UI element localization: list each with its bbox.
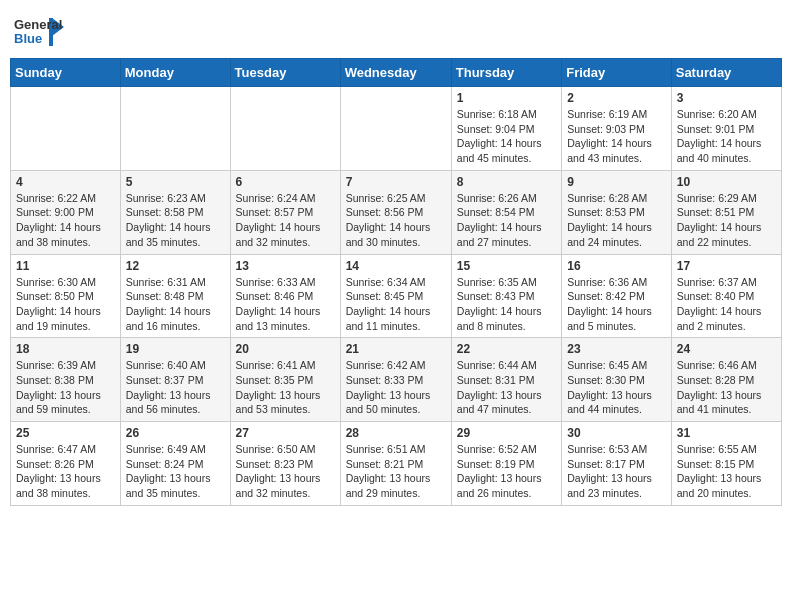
calendar-cell: 14Sunrise: 6:34 AM Sunset: 8:45 PM Dayli… <box>340 254 451 338</box>
day-number: 17 <box>677 259 776 273</box>
day-number: 25 <box>16 426 115 440</box>
calendar-week-3: 11Sunrise: 6:30 AM Sunset: 8:50 PM Dayli… <box>11 254 782 338</box>
day-number: 7 <box>346 175 446 189</box>
day-number: 19 <box>126 342 225 356</box>
calendar-cell: 11Sunrise: 6:30 AM Sunset: 8:50 PM Dayli… <box>11 254 121 338</box>
col-header-saturday: Saturday <box>671 59 781 87</box>
day-number: 29 <box>457 426 556 440</box>
day-info: Sunrise: 6:53 AM Sunset: 8:17 PM Dayligh… <box>567 442 666 501</box>
day-info: Sunrise: 6:55 AM Sunset: 8:15 PM Dayligh… <box>677 442 776 501</box>
calendar-cell <box>120 87 230 171</box>
day-info: Sunrise: 6:41 AM Sunset: 8:35 PM Dayligh… <box>236 358 335 417</box>
col-header-sunday: Sunday <box>11 59 121 87</box>
day-info: Sunrise: 6:31 AM Sunset: 8:48 PM Dayligh… <box>126 275 225 334</box>
day-number: 28 <box>346 426 446 440</box>
day-number: 27 <box>236 426 335 440</box>
calendar-cell: 17Sunrise: 6:37 AM Sunset: 8:40 PM Dayli… <box>671 254 781 338</box>
day-info: Sunrise: 6:19 AM Sunset: 9:03 PM Dayligh… <box>567 107 666 166</box>
col-header-monday: Monday <box>120 59 230 87</box>
day-info: Sunrise: 6:23 AM Sunset: 8:58 PM Dayligh… <box>126 191 225 250</box>
calendar-cell: 23Sunrise: 6:45 AM Sunset: 8:30 PM Dayli… <box>562 338 672 422</box>
day-number: 6 <box>236 175 335 189</box>
day-info: Sunrise: 6:33 AM Sunset: 8:46 PM Dayligh… <box>236 275 335 334</box>
day-number: 22 <box>457 342 556 356</box>
calendar-cell: 1Sunrise: 6:18 AM Sunset: 9:04 PM Daylig… <box>451 87 561 171</box>
calendar-cell: 2Sunrise: 6:19 AM Sunset: 9:03 PM Daylig… <box>562 87 672 171</box>
day-info: Sunrise: 6:51 AM Sunset: 8:21 PM Dayligh… <box>346 442 446 501</box>
calendar-cell: 9Sunrise: 6:28 AM Sunset: 8:53 PM Daylig… <box>562 170 672 254</box>
day-info: Sunrise: 6:47 AM Sunset: 8:26 PM Dayligh… <box>16 442 115 501</box>
calendar-cell: 8Sunrise: 6:26 AM Sunset: 8:54 PM Daylig… <box>451 170 561 254</box>
day-number: 14 <box>346 259 446 273</box>
day-info: Sunrise: 6:24 AM Sunset: 8:57 PM Dayligh… <box>236 191 335 250</box>
calendar-cell: 18Sunrise: 6:39 AM Sunset: 8:38 PM Dayli… <box>11 338 121 422</box>
day-number: 20 <box>236 342 335 356</box>
svg-text:Blue: Blue <box>14 31 42 46</box>
day-info: Sunrise: 6:34 AM Sunset: 8:45 PM Dayligh… <box>346 275 446 334</box>
day-info: Sunrise: 6:52 AM Sunset: 8:19 PM Dayligh… <box>457 442 556 501</box>
day-info: Sunrise: 6:29 AM Sunset: 8:51 PM Dayligh… <box>677 191 776 250</box>
day-number: 21 <box>346 342 446 356</box>
col-header-wednesday: Wednesday <box>340 59 451 87</box>
calendar-cell: 30Sunrise: 6:53 AM Sunset: 8:17 PM Dayli… <box>562 422 672 506</box>
day-info: Sunrise: 6:25 AM Sunset: 8:56 PM Dayligh… <box>346 191 446 250</box>
calendar-cell: 6Sunrise: 6:24 AM Sunset: 8:57 PM Daylig… <box>230 170 340 254</box>
day-info: Sunrise: 6:37 AM Sunset: 8:40 PM Dayligh… <box>677 275 776 334</box>
day-number: 11 <box>16 259 115 273</box>
calendar-cell: 3Sunrise: 6:20 AM Sunset: 9:01 PM Daylig… <box>671 87 781 171</box>
logo-svg: GeneralBlue <box>14 14 66 50</box>
day-info: Sunrise: 6:18 AM Sunset: 9:04 PM Dayligh… <box>457 107 556 166</box>
col-header-friday: Friday <box>562 59 672 87</box>
day-info: Sunrise: 6:39 AM Sunset: 8:38 PM Dayligh… <box>16 358 115 417</box>
calendar-week-4: 18Sunrise: 6:39 AM Sunset: 8:38 PM Dayli… <box>11 338 782 422</box>
calendar-cell <box>340 87 451 171</box>
day-number: 9 <box>567 175 666 189</box>
day-number: 10 <box>677 175 776 189</box>
day-number: 2 <box>567 91 666 105</box>
calendar-cell: 10Sunrise: 6:29 AM Sunset: 8:51 PM Dayli… <box>671 170 781 254</box>
calendar-cell: 31Sunrise: 6:55 AM Sunset: 8:15 PM Dayli… <box>671 422 781 506</box>
calendar-cell: 13Sunrise: 6:33 AM Sunset: 8:46 PM Dayli… <box>230 254 340 338</box>
page-header: GeneralBlue <box>10 10 782 50</box>
calendar-cell: 25Sunrise: 6:47 AM Sunset: 8:26 PM Dayli… <box>11 422 121 506</box>
calendar-cell: 29Sunrise: 6:52 AM Sunset: 8:19 PM Dayli… <box>451 422 561 506</box>
day-info: Sunrise: 6:20 AM Sunset: 9:01 PM Dayligh… <box>677 107 776 166</box>
day-number: 13 <box>236 259 335 273</box>
day-info: Sunrise: 6:45 AM Sunset: 8:30 PM Dayligh… <box>567 358 666 417</box>
day-number: 24 <box>677 342 776 356</box>
calendar-cell: 19Sunrise: 6:40 AM Sunset: 8:37 PM Dayli… <box>120 338 230 422</box>
day-info: Sunrise: 6:49 AM Sunset: 8:24 PM Dayligh… <box>126 442 225 501</box>
day-number: 5 <box>126 175 225 189</box>
day-info: Sunrise: 6:26 AM Sunset: 8:54 PM Dayligh… <box>457 191 556 250</box>
col-header-thursday: Thursday <box>451 59 561 87</box>
day-info: Sunrise: 6:35 AM Sunset: 8:43 PM Dayligh… <box>457 275 556 334</box>
calendar-cell: 28Sunrise: 6:51 AM Sunset: 8:21 PM Dayli… <box>340 422 451 506</box>
day-number: 3 <box>677 91 776 105</box>
day-number: 16 <box>567 259 666 273</box>
day-info: Sunrise: 6:46 AM Sunset: 8:28 PM Dayligh… <box>677 358 776 417</box>
day-number: 31 <box>677 426 776 440</box>
calendar-cell: 5Sunrise: 6:23 AM Sunset: 8:58 PM Daylig… <box>120 170 230 254</box>
day-number: 26 <box>126 426 225 440</box>
calendar-cell: 7Sunrise: 6:25 AM Sunset: 8:56 PM Daylig… <box>340 170 451 254</box>
calendar-cell: 16Sunrise: 6:36 AM Sunset: 8:42 PM Dayli… <box>562 254 672 338</box>
calendar-cell <box>230 87 340 171</box>
calendar-cell: 22Sunrise: 6:44 AM Sunset: 8:31 PM Dayli… <box>451 338 561 422</box>
calendar-cell: 20Sunrise: 6:41 AM Sunset: 8:35 PM Dayli… <box>230 338 340 422</box>
day-info: Sunrise: 6:36 AM Sunset: 8:42 PM Dayligh… <box>567 275 666 334</box>
day-number: 1 <box>457 91 556 105</box>
day-info: Sunrise: 6:42 AM Sunset: 8:33 PM Dayligh… <box>346 358 446 417</box>
day-number: 8 <box>457 175 556 189</box>
col-header-tuesday: Tuesday <box>230 59 340 87</box>
calendar-header-row: SundayMondayTuesdayWednesdayThursdayFrid… <box>11 59 782 87</box>
calendar-cell: 4Sunrise: 6:22 AM Sunset: 9:00 PM Daylig… <box>11 170 121 254</box>
calendar-cell: 15Sunrise: 6:35 AM Sunset: 8:43 PM Dayli… <box>451 254 561 338</box>
day-info: Sunrise: 6:22 AM Sunset: 9:00 PM Dayligh… <box>16 191 115 250</box>
calendar-cell: 27Sunrise: 6:50 AM Sunset: 8:23 PM Dayli… <box>230 422 340 506</box>
calendar-cell: 12Sunrise: 6:31 AM Sunset: 8:48 PM Dayli… <box>120 254 230 338</box>
day-info: Sunrise: 6:28 AM Sunset: 8:53 PM Dayligh… <box>567 191 666 250</box>
calendar-cell: 26Sunrise: 6:49 AM Sunset: 8:24 PM Dayli… <box>120 422 230 506</box>
calendar-week-5: 25Sunrise: 6:47 AM Sunset: 8:26 PM Dayli… <box>11 422 782 506</box>
calendar-table: SundayMondayTuesdayWednesdayThursdayFrid… <box>10 58 782 506</box>
calendar-cell: 24Sunrise: 6:46 AM Sunset: 8:28 PM Dayli… <box>671 338 781 422</box>
